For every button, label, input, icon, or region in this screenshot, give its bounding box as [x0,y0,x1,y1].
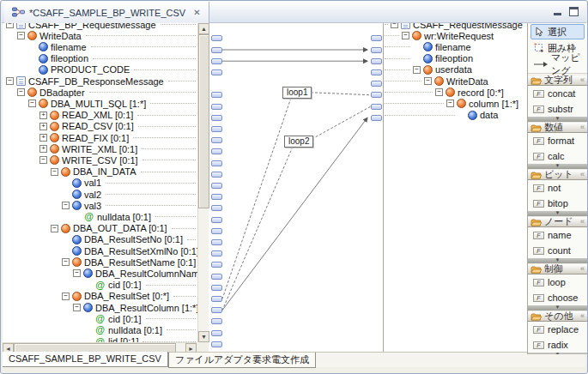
source-port[interactable] [211,285,222,291]
source-port[interactable] [211,307,222,313]
tree-row[interactable]: val1 [3,178,197,189]
tree-row[interactable]: −column [1:*] [385,98,526,109]
tree-row[interactable]: −DBA_OUT_DATA [0:1] [3,223,197,234]
tree-row[interactable]: PRODUCT_CODE [3,64,197,75]
source-port[interactable] [211,250,222,256]
palette-item-not[interactable]: Fnot [528,180,587,196]
tree-row[interactable]: −DBA_ResultSet [0:*] [3,291,197,302]
editor-tab[interactable]: *CSAFF_SAMPLE_BP_WRITE_CSV ✕ [4,2,209,23]
source-port[interactable] [211,69,222,75]
target-port[interactable] [371,69,382,75]
tree-row[interactable]: −DBA_IN_DATA [3,166,197,178]
collapse-chevron-icon[interactable]: « [580,218,585,226]
maximize-view-icon[interactable] [569,7,579,16]
tree-row[interactable]: +READ_CSV [0:1] [3,121,197,132]
tree-row[interactable]: −userdata [385,64,526,75]
tree-row[interactable]: data [385,110,526,121]
source-port[interactable] [211,341,222,347]
tree-row[interactable]: −wr:WriteRequest [385,30,526,41]
source-port[interactable] [211,296,222,302]
tree-row[interactable]: −CSAFF_DB_ResponseMessage [3,75,197,87]
tree-row[interactable]: val2 [3,189,197,200]
source-port[interactable] [211,47,222,53]
minimize-view-icon[interactable] [553,7,562,16]
source-tree-vertical-scrollbar[interactable]: ▲ ▼ [197,23,209,342]
source-port[interactable] [211,104,222,110]
source-port[interactable] [211,92,222,98]
collapse-icon[interactable]: − [435,88,443,96]
collapse-icon[interactable]: − [413,66,421,74]
source-port[interactable] [211,183,222,189]
collapse-icon[interactable]: − [17,88,25,96]
tree-row[interactable]: +READ_FIX [0:1] [3,132,197,143]
scroll-down-icon[interactable]: ▼ [198,331,209,342]
collapse-icon[interactable]: − [73,269,81,277]
collapse-chevron-icon[interactable]: « [580,312,585,320]
source-port[interactable] [211,217,222,223]
loop-node[interactable]: loop2 [284,136,313,148]
collapse-icon[interactable]: − [62,293,70,300]
target-port[interactable] [371,47,382,53]
target-port[interactable] [371,81,382,87]
collapse-icon[interactable]: − [6,77,14,85]
tree-row[interactable]: filename [385,41,526,52]
source-port[interactable] [211,35,222,41]
source-port[interactable] [211,126,222,132]
source-port[interactable] [211,274,222,280]
tree-row[interactable]: −WriteData [3,30,197,41]
collapse-icon[interactable]: − [51,225,58,232]
tree-row[interactable]: −DBA_ResultColumnName [3,268,197,279]
collapse-icon[interactable]: − [39,156,47,164]
tree-row[interactable]: DBA_ResultSetXmlNo [0:1] [3,245,197,256]
target-port[interactable] [371,115,382,121]
source-port[interactable] [211,148,222,154]
tree-row[interactable]: −val3 [3,200,197,211]
palette-item-calc[interactable]: Fcalc [528,148,587,164]
collapse-chevron-icon[interactable]: « [580,171,585,178]
palette-item-choose[interactable]: Fchoose [528,290,587,305]
source-port[interactable] [211,58,222,64]
tree-row[interactable]: +READ_XML [0:1] [3,110,197,121]
tree-row[interactable]: +WRITE_XML [0:1] [3,143,197,154]
source-port[interactable] [211,137,222,143]
tree-row[interactable]: @cid [0:1] [3,313,197,324]
source-port[interactable] [211,262,222,268]
collapse-icon[interactable]: − [28,100,36,107]
palette-item-name[interactable]: Fname [528,227,587,243]
palette-item-format[interactable]: Fformat [528,133,587,148]
palette-tool-選択[interactable]: 選択 [530,24,585,39]
bottom-tab-mapping[interactable]: CSAFF_SAMPLE_BP_WRITE_CSV [3,352,168,367]
collapse-icon[interactable]: − [73,304,81,311]
source-port[interactable] [211,194,222,200]
palette-category-制御[interactable]: 制御« [528,263,587,274]
tree-row[interactable]: −DBA_ResultSetName [0:1] [3,256,197,268]
expand-icon[interactable]: + [39,134,47,142]
expand-icon[interactable]: + [39,123,47,130]
tree-row[interactable]: filename [3,41,197,52]
target-port[interactable] [371,104,382,110]
palette-item-replace[interactable]: Freplace [528,322,587,337]
palette-item-concat[interactable]: Fconcat [528,86,587,101]
palette-item-radix[interactable]: Fradix [528,337,587,353]
vertical-scroll-thumb[interactable] [198,34,209,208]
palette-item-bitop[interactable]: Fbitop [528,196,587,211]
collapse-chevron-icon[interactable]: « [580,265,585,273]
target-port[interactable] [371,92,382,98]
target-port[interactable] [371,58,382,64]
tab-close-icon[interactable]: ✕ [193,8,200,17]
collapse-icon[interactable]: − [62,258,70,266]
tree-row[interactable]: @nulldata [0:1] [3,211,197,222]
collapse-icon[interactable]: − [51,168,58,176]
collapse-icon[interactable]: − [424,77,432,85]
target-port[interactable] [371,35,382,41]
tree-row[interactable]: −DBA_ResultColumn [1:*] [3,302,197,313]
source-port[interactable] [211,330,222,336]
tree-row[interactable]: −record [0:*] [385,87,526,98]
scroll-up-icon[interactable]: ▲ [198,23,209,34]
source-port[interactable] [211,239,222,245]
tree-row[interactable]: fileoption [3,53,197,64]
tree-row[interactable]: −DBadapter [3,87,197,98]
tree-row[interactable]: −WRITE_CSV [0:1] [3,154,197,166]
palette-category-数値[interactable]: 数値« [528,122,587,133]
tree-row[interactable]: −DBA_MULTI_SQL [1:*] [3,98,197,109]
